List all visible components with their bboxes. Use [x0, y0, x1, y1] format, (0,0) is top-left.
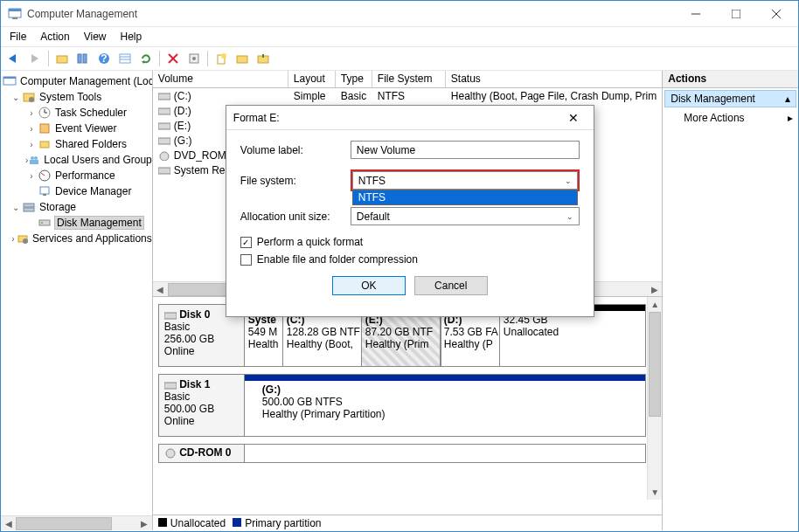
disk-vscroll[interactable]: ▲ ▼ [647, 297, 662, 500]
window-title: Computer Management [27, 8, 676, 20]
new-button[interactable] [212, 49, 231, 68]
cancel-button[interactable]: Cancel [414, 276, 488, 295]
chevron-down-icon[interactable]: ⌄ [10, 93, 22, 102]
volume-label-input[interactable] [351, 141, 580, 159]
svg-rect-45 [39, 220, 50, 225]
quick-format-label: Perform a quick format [257, 236, 363, 248]
svg-rect-52 [158, 138, 170, 144]
svg-point-53 [160, 152, 169, 161]
dialog-title: Format E: [233, 112, 560, 124]
tree-services[interactable]: ›Services and Applications [3, 231, 152, 246]
volume-row[interactable]: (C:)SimpleBasicNTFSHealthy (Boot, Page F… [153, 88, 662, 103]
svg-point-48 [23, 238, 28, 244]
disk-cdrom[interactable]: CD-ROM 0 [158, 444, 646, 463]
filesystem-dropdown: NTFS [352, 190, 578, 205]
svg-rect-11 [83, 54, 87, 63]
tool-button[interactable] [254, 49, 273, 68]
col-volume[interactable]: Volume [153, 71, 288, 87]
svg-point-30 [29, 97, 34, 102]
svg-rect-38 [30, 160, 38, 164]
tree-shared[interactable]: ›Shared Folders [3, 136, 152, 152]
actions-more[interactable]: More Actions ▸ [663, 109, 798, 127]
compression-checkbox[interactable] [240, 254, 252, 266]
allocation-combo[interactable]: Default⌄ [351, 207, 580, 225]
svg-rect-4 [732, 10, 740, 18]
format-dialog: Format E: ✕ Volume label: File system: N… [226, 105, 594, 317]
svg-rect-54 [158, 168, 170, 174]
chevron-right-icon[interactable]: › [10, 234, 17, 244]
menu-help[interactable]: Help [121, 31, 142, 43]
chevron-down-icon[interactable]: ⌄ [10, 203, 22, 212]
quick-format-checkbox[interactable]: ✓ [240, 237, 252, 248]
col-status[interactable]: Status [446, 71, 662, 87]
menu-view[interactable]: View [84, 31, 107, 43]
minimize-button[interactable] [676, 1, 716, 27]
disk-1[interactable]: Disk 1 Basic500.00 GBOnline (G:)500.00 G… [158, 374, 646, 437]
svg-point-57 [166, 449, 175, 458]
svg-point-36 [31, 156, 34, 160]
legend: Unallocated Primary partition [153, 515, 662, 530]
svg-rect-34 [40, 124, 49, 133]
svg-rect-2 [12, 17, 17, 19]
svg-point-46 [41, 222, 43, 224]
col-layout[interactable]: Layout [288, 71, 336, 87]
tree-systools[interactable]: ⌄System Tools [3, 89, 152, 105]
chevron-right-icon[interactable]: › [25, 124, 38, 134]
col-fs[interactable]: File System [372, 71, 446, 87]
volume-label: Volume label: [240, 144, 351, 156]
ok-button[interactable]: OK [332, 276, 406, 295]
tree-pane: Computer Management (Local ⌄System Tools… [1, 71, 153, 530]
col-type[interactable]: Type [336, 71, 372, 87]
properties-button[interactable] [73, 49, 93, 68]
forward-button[interactable] [25, 49, 45, 68]
maximize-button[interactable] [716, 1, 756, 27]
tree-root[interactable]: Computer Management (Local [3, 73, 152, 89]
menu-file[interactable]: File [10, 31, 26, 43]
settings-button[interactable] [184, 49, 204, 68]
up-button[interactable] [52, 49, 72, 68]
tree-task[interactable]: ›Task Scheduler [3, 105, 152, 121]
chevron-right-icon[interactable]: › [25, 140, 38, 149]
tree-disk[interactable]: Disk Management [3, 215, 152, 231]
compression-label: Enable file and folder compression [257, 253, 418, 266]
partition-g[interactable]: (G:)500.00 GB NTFSHealthy (Primary Parti… [245, 375, 645, 436]
svg-rect-9 [57, 56, 67, 63]
refresh-button[interactable] [136, 49, 156, 68]
svg-rect-24 [237, 56, 247, 63]
filesystem-combo[interactable]: NTFS⌄ NTFS [352, 171, 578, 190]
svg-rect-10 [78, 54, 81, 63]
svg-rect-35 [40, 142, 49, 148]
svg-text:?: ? [101, 52, 107, 65]
chevron-down-icon: ⌄ [565, 176, 572, 185]
chevron-right-icon[interactable]: › [25, 108, 38, 118]
svg-rect-43 [24, 204, 34, 207]
svg-rect-49 [158, 93, 170, 100]
help-button[interactable]: ? [94, 49, 114, 68]
svg-rect-56 [164, 383, 177, 389]
collapse-icon: ▴ [785, 93, 790, 105]
tree-perf[interactable]: ›Performance [3, 168, 152, 183]
tree-storage[interactable]: ⌄Storage [3, 199, 152, 215]
back-button[interactable] [4, 49, 24, 68]
svg-marker-7 [9, 54, 16, 63]
close-button[interactable] [756, 1, 796, 27]
folder-button[interactable] [233, 49, 252, 68]
actions-disk-management[interactable]: Disk Management ▴ [664, 90, 796, 107]
svg-rect-42 [43, 194, 46, 196]
list-button[interactable] [115, 49, 135, 68]
tree-hscroll[interactable]: ◀▶ [1, 515, 152, 530]
tree-users[interactable]: ›Local Users and Groups [3, 152, 152, 168]
svg-rect-44 [24, 208, 34, 211]
disk-info: Disk 1 Basic500.00 GBOnline [159, 375, 245, 436]
filesystem-option[interactable]: NTFS [353, 190, 577, 204]
delete-button[interactable] [163, 49, 183, 68]
tree-event[interactable]: ›Event Viewer [3, 121, 152, 136]
svg-rect-51 [158, 123, 170, 129]
menu-action[interactable]: Action [40, 31, 69, 43]
svg-rect-55 [164, 313, 177, 319]
toolbar: ? [1, 46, 798, 71]
dialog-close-button[interactable]: ✕ [560, 111, 587, 125]
chevron-right-icon[interactable]: › [25, 171, 38, 181]
menubar: File Action View Help [1, 27, 798, 46]
tree-dev[interactable]: Device Manager [3, 183, 152, 199]
